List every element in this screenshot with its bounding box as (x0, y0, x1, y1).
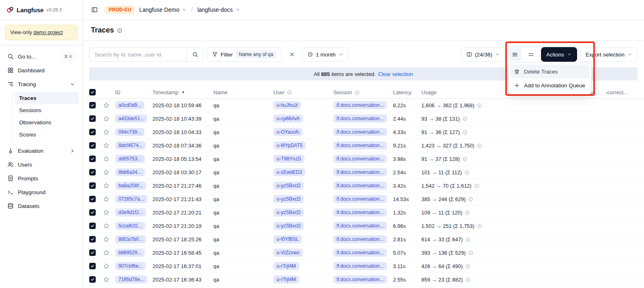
sidebar-item-traces[interactable]: Traces (15, 92, 79, 104)
table-row[interactable]: 907cbf6e... 2025-02-17 16:37:01 qa u-rTr… (83, 260, 644, 273)
sidebar-item-prompts[interactable]: Prompts (3, 171, 79, 185)
user-badge[interactable]: u-yzSBxcD (273, 182, 304, 190)
favorite-star-icon[interactable] (103, 223, 109, 229)
sidebar-item-tracing[interactable]: Tracing (3, 77, 79, 91)
user-badge[interactable]: u-MYpDAT5 (273, 141, 306, 149)
user-badge[interactable]: u-yzSBxcD (273, 222, 304, 230)
session-badge[interactable]: lf.docs.conversation... (333, 235, 387, 243)
sidebar-item-playground[interactable]: Playground (3, 185, 79, 199)
trace-id-badge[interactable]: 7195d78e... (115, 275, 147, 284)
table-row[interactable]: 5cca9cf2... 2025-02-17 21:20:19 qa u-yzS… (83, 219, 644, 233)
column-header-correct[interactable]: -correct... (605, 89, 644, 95)
trace-id-badge[interactable]: 8dcf4574... (115, 141, 146, 149)
session-badge[interactable]: lf.docs.conversation... (333, 249, 387, 257)
row-height-medium-button[interactable] (525, 48, 538, 61)
row-checkbox[interactable] (89, 169, 96, 175)
row-checkbox[interactable] (89, 276, 96, 283)
user-badge[interactable]: u-rTrjl4M (273, 262, 299, 270)
column-header-usage[interactable]: Usage (421, 89, 508, 95)
filter-button[interactable]: Filter Name any of qa (207, 47, 282, 62)
user-badge[interactable]: u-yzSBxcD (273, 208, 304, 217)
sidebar-item-dashboard[interactable]: Dashboard (3, 63, 79, 77)
info-icon[interactable] (117, 28, 122, 33)
favorite-star-icon[interactable] (103, 129, 109, 135)
table-row[interactable]: 07265c7a... 2025-02-17 21:21:43 qa u-yzS… (83, 193, 644, 206)
trace-id-badge[interactable]: 07265c7a... (115, 195, 147, 203)
favorite-star-icon[interactable] (103, 236, 109, 243)
table-row[interactable]: a433de51... 2025-02-18 10:43:39 qa u-cp6… (83, 112, 644, 126)
favorite-star-icon[interactable] (103, 263, 109, 269)
session-badge[interactable]: lf.docs.conversation... (333, 168, 387, 176)
row-checkbox[interactable] (89, 156, 96, 162)
trace-id-badge[interactable]: 8b66a34... (115, 168, 145, 176)
search-button[interactable] (187, 47, 204, 62)
row-checkbox[interactable] (89, 223, 96, 229)
row-checkbox[interactable] (89, 129, 96, 135)
menu-item-add-to-annotation-queue[interactable]: Add to Annotation Queue (510, 78, 590, 92)
user-badge[interactable]: u-VIZzvwo (273, 249, 303, 257)
user-badge[interactable]: u-zEwdED2 (273, 168, 305, 176)
table-row[interactable]: 7195d78e... 2025-02-17 16:36:43 qa u-rTr… (83, 273, 644, 286)
row-checkbox[interactable] (89, 115, 96, 122)
user-badge[interactable]: u-rTrjl4M (273, 275, 299, 284)
table-row[interactable]: ba8a208f... 2025-02-17 21:27:46 qa u-yzS… (83, 179, 644, 193)
columns-button[interactable]: (24/36) (461, 47, 505, 62)
row-checkbox[interactable] (89, 249, 96, 256)
favorite-star-icon[interactable] (103, 169, 109, 175)
trace-id-badge[interactable]: b669529... (115, 249, 145, 257)
row-checkbox[interactable] (89, 263, 96, 269)
favorite-star-icon[interactable] (103, 142, 109, 149)
column-header-latency[interactable]: Latency (393, 89, 421, 95)
sidebar-item-users[interactable]: Users (3, 158, 79, 171)
session-badge[interactable]: lf.docs.conversation... (333, 101, 387, 109)
sidebar-item-datasets[interactable]: Datasets (3, 199, 79, 213)
user-badge[interactable]: u-yzSBxcD (273, 195, 304, 203)
sidebar-item-observations[interactable]: Observations (15, 116, 79, 128)
table-row[interactable]: d3e9d1f2... 2025-02-17 21:20:21 qa u-yzS… (83, 206, 644, 219)
row-height-small-button[interactable] (509, 48, 522, 61)
favorite-star-icon[interactable] (103, 196, 109, 202)
session-badge[interactable]: lf.docs.conversation... (333, 182, 387, 190)
user-badge[interactable]: u-huJhuJi (273, 101, 301, 109)
actions-button[interactable]: Actions (541, 47, 577, 62)
demo-project-link[interactable]: demo project (33, 30, 62, 35)
trace-id-badge[interactable]: 5cca9cf2... (115, 222, 145, 230)
trace-id-badge[interactable]: d3e9d1f2... (115, 208, 146, 217)
org-switcher[interactable]: Langfuse Demo (139, 6, 187, 13)
clear-filter-button[interactable] (285, 48, 299, 61)
table-row[interactable]: 8dcf4574... 2025-02-18 07:34:36 qa u-MYp… (83, 139, 644, 152)
trace-id-badge[interactable]: ba8a208f... (115, 182, 146, 190)
column-header-session[interactable]: Session (333, 89, 393, 95)
favorite-star-icon[interactable] (103, 276, 109, 283)
column-header-name[interactable]: Name (213, 89, 273, 95)
session-badge[interactable]: lf.docs.conversation... (333, 208, 387, 217)
project-switcher[interactable]: langfuse-docs (197, 6, 240, 13)
table-row[interactable]: b669529... 2025-02-17 16:58:45 qa u-VIZz… (83, 246, 644, 260)
user-badge[interactable]: u-cp66Avh (273, 115, 303, 123)
trace-id-badge[interactable]: a433de51... (115, 115, 147, 123)
sidebar-item-sessions[interactable]: Sessions (15, 104, 79, 116)
trace-id-badge[interactable]: 084c739... (115, 128, 144, 136)
session-badge[interactable]: lf.docs.conversation... (333, 141, 387, 149)
table-row[interactable]: 084c739... 2025-02-18 10:04:33 qa u-OYau… (83, 126, 644, 139)
session-badge[interactable]: lf.docs.conversation... (333, 195, 387, 203)
table-row[interactable]: 88f2a7b0... 2025-02-17 18:25:26 qa u-f0Y… (83, 233, 644, 246)
user-badge[interactable]: u-f0YfBSL (273, 235, 302, 243)
trace-id-badge[interactable]: a0cd0d9... (115, 101, 144, 109)
sidebar-item-go-to[interactable]: Go to...⌘ K (3, 50, 79, 63)
column-header-timestamp[interactable]: Timestamp▼ (152, 89, 213, 95)
sidebar-item-scores[interactable]: Scores (15, 128, 79, 141)
row-checkbox[interactable] (89, 209, 96, 216)
column-header-user[interactable]: User (273, 89, 333, 95)
row-checkbox[interactable] (89, 236, 96, 243)
row-checkbox[interactable] (89, 142, 96, 149)
session-badge[interactable]: lf.docs.conversation... (333, 222, 387, 230)
sidebar-item-evaluation[interactable]: Evaluation (3, 144, 79, 158)
column-header-id[interactable]: ID (115, 89, 152, 95)
trace-id-badge[interactable]: 88f2a7b0... (115, 235, 146, 243)
session-badge[interactable]: lf.docs.conversation... (333, 275, 387, 284)
trace-id-badge[interactable]: 907cbf6e... (115, 262, 146, 270)
favorite-star-icon[interactable] (103, 115, 109, 122)
favorite-star-icon[interactable] (103, 209, 109, 216)
session-badge[interactable]: lf.docs.conversation... (333, 115, 387, 123)
